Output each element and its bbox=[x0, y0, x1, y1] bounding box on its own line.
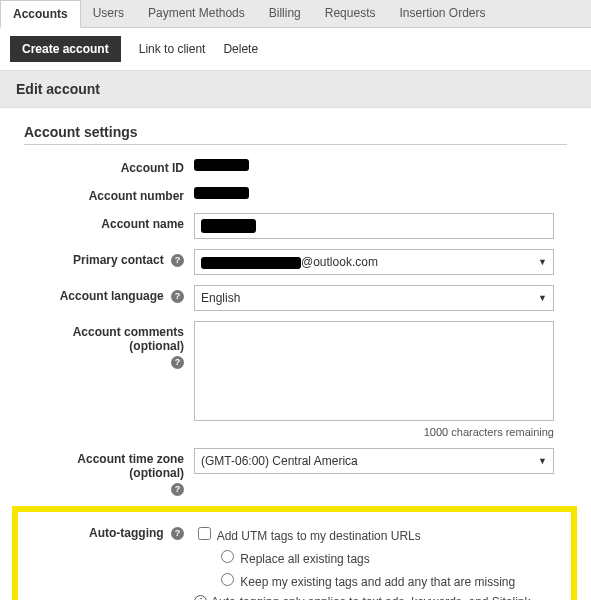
timezone-value: (GMT-06:00) Central America bbox=[201, 454, 358, 468]
replace-tags-radio[interactable] bbox=[221, 550, 234, 563]
chevron-down-icon: ▼ bbox=[538, 293, 547, 303]
label-account-comments: Account comments (optional) ? bbox=[24, 321, 194, 369]
help-icon[interactable]: ? bbox=[171, 527, 184, 540]
redacted-account-name bbox=[201, 219, 256, 233]
help-icon[interactable]: ? bbox=[171, 290, 184, 303]
chevron-down-icon: ▼ bbox=[538, 257, 547, 267]
redacted-account-number bbox=[194, 187, 249, 199]
tab-billing[interactable]: Billing bbox=[257, 0, 313, 27]
label-account-timezone: Account time zone (optional) ? bbox=[24, 448, 194, 496]
replace-tags-label: Replace all existing tags bbox=[240, 552, 369, 566]
top-tabs: Accounts Users Payment Methods Billing R… bbox=[0, 0, 591, 28]
account-timezone-select[interactable]: (GMT-06:00) Central America ▼ bbox=[194, 448, 554, 474]
tab-insertion-orders[interactable]: Insertion Orders bbox=[387, 0, 497, 27]
redacted-account-id bbox=[194, 159, 249, 171]
label-auto-tagging: Auto-tagging ? bbox=[24, 522, 194, 540]
help-icon[interactable]: ? bbox=[171, 483, 184, 496]
label-account-id: Account ID bbox=[24, 157, 194, 175]
account-name-input[interactable] bbox=[194, 213, 554, 239]
value-account-number bbox=[194, 185, 567, 199]
tab-users[interactable]: Users bbox=[81, 0, 136, 27]
label-account-number: Account number bbox=[24, 185, 194, 203]
auto-tagging-highlight: Auto-tagging ? Add UTM tags to my destin… bbox=[12, 506, 577, 600]
label-account-language: Account language ? bbox=[24, 285, 194, 303]
page-title: Edit account bbox=[0, 71, 591, 108]
delete-link[interactable]: Delete bbox=[223, 42, 258, 56]
form-section-title: Account settings bbox=[24, 124, 567, 145]
account-comments-textarea[interactable] bbox=[194, 321, 554, 421]
chevron-down-icon: ▼ bbox=[538, 456, 547, 466]
add-utm-checkbox[interactable] bbox=[198, 527, 211, 540]
primary-contact-select[interactable]: @outlook.com ▼ bbox=[194, 249, 554, 275]
label-account-name: Account name bbox=[24, 213, 194, 231]
auto-tagging-note: Auto-tagging only applies to text ads, k… bbox=[211, 595, 565, 600]
help-icon[interactable]: ? bbox=[171, 356, 184, 369]
keep-tags-radio[interactable] bbox=[221, 573, 234, 586]
contact-email-suffix: @outlook.com bbox=[301, 255, 378, 269]
tab-payment-methods[interactable]: Payment Methods bbox=[136, 0, 257, 27]
create-account-button[interactable]: Create account bbox=[10, 36, 121, 62]
value-account-id bbox=[194, 157, 567, 171]
info-icon: i bbox=[194, 595, 207, 600]
link-to-client-link[interactable]: Link to client bbox=[139, 42, 206, 56]
tab-requests[interactable]: Requests bbox=[313, 0, 388, 27]
label-primary-contact: Primary contact ? bbox=[24, 249, 194, 267]
keep-tags-label: Keep my existing tags and add any that a… bbox=[240, 575, 515, 589]
chars-remaining: 1000 characters remaining bbox=[194, 426, 554, 438]
help-icon[interactable]: ? bbox=[171, 254, 184, 267]
form: Account settings Account ID Account numb… bbox=[0, 108, 591, 600]
sub-actions: Create account Link to client Delete bbox=[0, 28, 591, 71]
add-utm-label: Add UTM tags to my destination URLs bbox=[217, 529, 421, 543]
language-value: English bbox=[201, 291, 240, 305]
account-language-select[interactable]: English ▼ bbox=[194, 285, 554, 311]
redacted-contact-name bbox=[201, 257, 301, 269]
tab-accounts[interactable]: Accounts bbox=[0, 0, 81, 28]
